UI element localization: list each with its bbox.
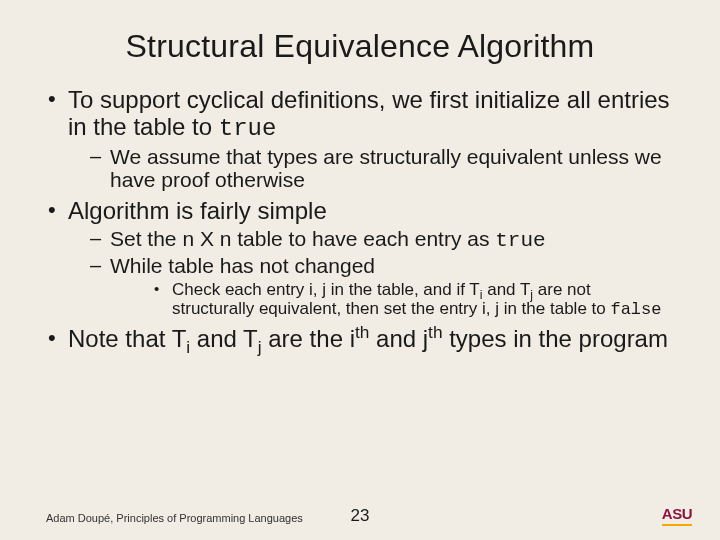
bullet-2: Algorithm is fairly simple Set the n X n… xyxy=(46,198,674,320)
bullet-2-text: Algorithm is fairly simple xyxy=(68,197,327,224)
bullet-1: To support cyclical definitions, we firs… xyxy=(46,87,674,192)
bullet-2-sub-2-text: While table has not changed xyxy=(110,254,375,277)
seg-b: and T xyxy=(482,280,530,299)
asu-logo: ASU xyxy=(662,505,692,526)
b3-a: Note that T xyxy=(68,325,186,352)
code-true-1: true xyxy=(219,115,277,142)
bullet-2-sub-1: Set the n X n table to have each entry a… xyxy=(68,227,674,253)
bullet-2-sub-2-sublist: Check each entry i, j in the table, and … xyxy=(110,280,674,320)
bullet-1-sub-1: We assume that types are structurally eq… xyxy=(68,145,674,192)
bullet-2-sublist: Set the n X n table to have each entry a… xyxy=(68,227,674,320)
asu-logo-underline xyxy=(662,524,692,526)
bullet-3: Note that Ti and Tj are the ith and jth … xyxy=(46,326,674,353)
seg-a: Check each entry i, j in the table, and … xyxy=(172,280,480,299)
slide-title: Structural Equivalence Algorithm xyxy=(46,28,674,65)
bullet-list: To support cyclical definitions, we firs… xyxy=(46,87,674,353)
sup-th-1: th xyxy=(355,322,369,342)
bullet-2-sub-2: While table has not changed Check each e… xyxy=(68,254,674,320)
bullet-2-sub-2-sub-1: Check each entry i, j in the table, and … xyxy=(110,280,674,320)
code-true-2: true xyxy=(495,229,545,252)
bullet-2-sub-1-text: Set the n X n table to have each entry a… xyxy=(110,227,495,250)
page-number: 23 xyxy=(0,506,720,526)
b3-e: types in the program xyxy=(443,325,668,352)
bullet-1-sublist: We assume that types are structurally eq… xyxy=(68,145,674,192)
bullet-1-text: To support cyclical definitions, we firs… xyxy=(68,86,670,140)
b3-b: and T xyxy=(190,325,258,352)
slide: Structural Equivalence Algorithm To supp… xyxy=(0,0,720,540)
b3-c: are the i xyxy=(262,325,355,352)
asu-logo-text: ASU xyxy=(662,505,692,522)
code-false: false xyxy=(610,300,661,319)
sup-th-2: th xyxy=(428,322,442,342)
b3-d: and j xyxy=(369,325,428,352)
